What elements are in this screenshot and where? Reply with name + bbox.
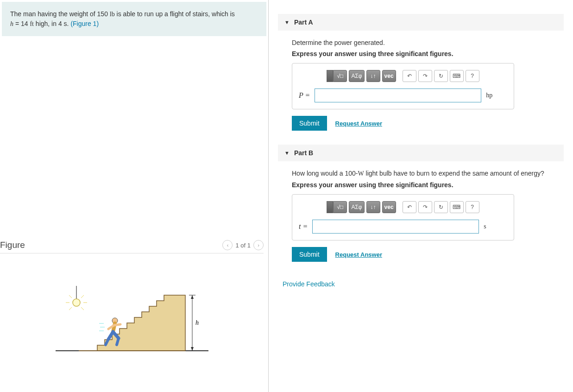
caret-down-icon: ▼ — [284, 150, 290, 156]
undo-button[interactable]: ↶ — [403, 201, 416, 213]
vec-button[interactable]: vec — [382, 201, 396, 213]
redo-button[interactable]: ↷ — [418, 70, 432, 82]
var-h: h — [10, 20, 13, 27]
sqrt-button[interactable]: √□ — [333, 201, 347, 213]
part-b-title: Part B — [294, 149, 313, 157]
caret-down-icon: ▼ — [284, 19, 290, 25]
svg-line-11 — [69, 295, 72, 298]
part-a-header[interactable]: ▼ Part A — [278, 14, 564, 31]
svg-line-12 — [81, 295, 84, 298]
figure-next-button[interactable]: › — [253, 240, 264, 250]
vec-button[interactable]: vec — [382, 70, 396, 82]
problem-text-2: is able to run up a flight of stairs, wh… — [115, 10, 235, 18]
part-b-toolbar: √□ ΑΣφ ↓↑ vec ↶ ↷ ↻ ⌨ ? — [299, 201, 507, 213]
figure-prev-button[interactable]: ‹ — [222, 240, 233, 250]
help-button[interactable]: ? — [466, 70, 479, 82]
figure-counter: 1 of 1 — [235, 242, 251, 249]
figure-header: Figure ‹ 1 of 1 › — [0, 240, 264, 253]
sqrt-button[interactable]: √□ — [333, 70, 347, 82]
part-b-prompt-after: light bulb have to burn to expend the sa… — [364, 170, 544, 177]
figure-link[interactable]: (Figure 1) — [70, 20, 99, 27]
undo-button[interactable]: ↶ — [403, 70, 416, 82]
part-b-answer-box: √□ ΑΣφ ↓↑ vec ↶ ↷ ↻ ⌨ ? t = s — [292, 194, 514, 240]
part-b-submit-button[interactable]: Submit — [292, 247, 327, 262]
part-b-request-answer[interactable]: Request Answer — [335, 251, 382, 258]
part-a-prompt: Determine the power generated. — [292, 39, 557, 46]
problem-statement: The man having the weight of 150 lb is a… — [2, 2, 266, 36]
unit-lb: lb — [110, 11, 115, 18]
problem-text-3: high, in 4 s. — [34, 20, 70, 27]
greek-button[interactable]: ΑΣφ — [349, 70, 364, 82]
part-b-prompt-before: How long would a 100- — [292, 170, 358, 177]
part-a-instruction: Express your answer using three signific… — [292, 50, 557, 57]
provide-feedback-link[interactable]: Provide Feedback — [283, 280, 335, 288]
templates-icon[interactable] — [327, 70, 333, 82]
part-a-submit-button[interactable]: Submit — [292, 116, 327, 131]
part-a-title: Part A — [294, 19, 313, 26]
problem-text-1: The man having the weight of 150 — [10, 10, 110, 18]
part-b-instruction: Express your answer using three signific… — [292, 181, 557, 189]
figure-title: Figure — [0, 240, 25, 250]
keyboard-button[interactable]: ⌨ — [450, 70, 464, 82]
help-button[interactable]: ? — [466, 201, 479, 213]
unit-ft: ft — [30, 20, 34, 27]
subscript-button[interactable]: ↓↑ — [366, 70, 380, 82]
part-a-answer-box: √□ ΑΣφ ↓↑ vec ↶ ↷ ↻ ⌨ ? P = hp — [292, 63, 514, 109]
part-a-unit: hp — [486, 92, 492, 99]
reset-button[interactable]: ↻ — [434, 70, 448, 82]
templates-icon[interactable] — [327, 201, 333, 213]
svg-marker-6 — [191, 347, 194, 351]
part-a-variable: P = — [299, 91, 310, 100]
svg-line-13 — [69, 307, 72, 310]
part-a-body: Determine the power generated. Express y… — [278, 31, 564, 135]
part-a-input[interactable] — [315, 89, 481, 102]
figure-image: h — [0, 267, 268, 361]
redo-button[interactable]: ↷ — [418, 201, 432, 213]
greek-button[interactable]: ΑΣφ — [349, 201, 364, 213]
part-a-toolbar: √□ ΑΣφ ↓↑ vec ↶ ↷ ↻ ⌨ ? — [299, 70, 507, 82]
part-a-request-answer[interactable]: Request Answer — [335, 120, 382, 127]
part-b-prompt: How long would a 100-W light bulb have t… — [292, 170, 557, 177]
svg-line-14 — [81, 307, 84, 310]
part-b-header[interactable]: ▼ Part B — [278, 145, 564, 161]
dim-label-h: h — [195, 319, 199, 326]
keyboard-button[interactable]: ⌨ — [450, 201, 464, 213]
unit-watt: W — [358, 170, 364, 177]
svg-marker-5 — [191, 295, 194, 299]
svg-point-8 — [73, 299, 80, 306]
part-b-body: How long would a 100-W light bulb have t… — [278, 161, 564, 266]
subscript-button[interactable]: ↓↑ — [366, 201, 380, 213]
part-b-input[interactable] — [312, 220, 479, 234]
h-eq: = 14 — [13, 20, 30, 27]
part-b-variable: t = — [299, 222, 308, 231]
part-b-unit: s — [484, 223, 486, 230]
reset-button[interactable]: ↻ — [434, 201, 448, 213]
